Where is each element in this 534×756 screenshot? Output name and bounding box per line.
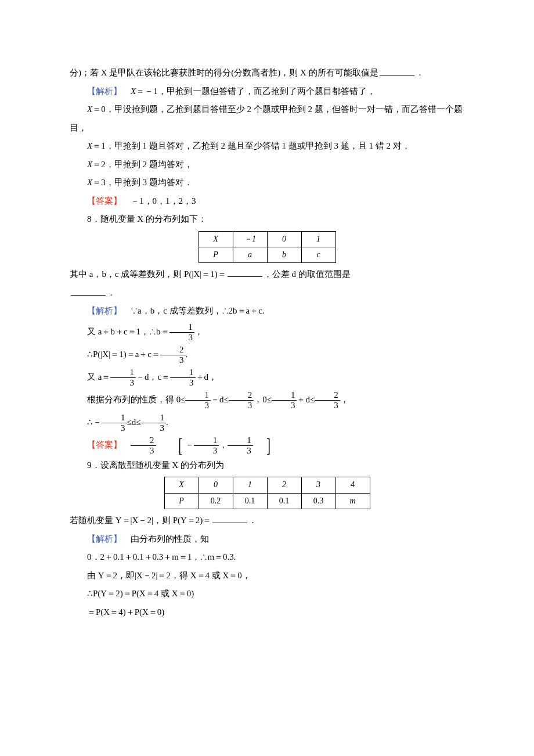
answer-value: －1，0，1，2，3 [131, 196, 196, 206]
text: ，公差 d 的取值范围是 [264, 269, 351, 279]
tag-daan: 【答案】 [87, 196, 122, 206]
th-p: P [199, 247, 233, 262]
p7-intro-continuation: 分)；若 X 是甲队在该轮比赛获胜时的得分(分数高者胜)，则 X 的所有可能取值… [70, 64, 464, 82]
p8-jx4: 又 a＝13－d，c＝13＋d， [70, 366, 464, 388]
p7-answer: 【答案】 －1，0，1，2，3 [70, 192, 464, 211]
p7-jx2: X＝0，甲没抢到题，乙抢到题目答错至少 2 个题或甲抢到 2 题，但答时一对一错… [70, 100, 464, 137]
cell: 1 [233, 477, 267, 493]
tag-jiexi: 【解析】 [87, 87, 122, 96]
text: ，0≤ [254, 395, 272, 404]
fraction-icon: 13 [169, 322, 195, 342]
p7-jx1: 【解析】 XX＝－1，甲抢到一题但答错了，而乙抢到了两个题目都答错了，＝－1，甲… [70, 82, 464, 101]
text: 根据分布列的性质，得 0≤ [87, 395, 185, 404]
cell: c [301, 247, 335, 262]
fraction-icon: 13 [110, 368, 136, 387]
p9-jx2: 0．2＋0.1＋0.1＋0.3＋m＝1，∴m＝0.3. [70, 548, 464, 567]
fraction-icon: 13 [194, 435, 219, 455]
cell: 0.3 [301, 493, 335, 509]
text: － [185, 440, 194, 449]
text: ． [248, 516, 257, 525]
cell: a [233, 247, 267, 262]
fraction-icon: 13 [102, 413, 127, 433]
text: 若随机变量 Y＝|X－2|，则 P(Y＝2)＝ [70, 516, 211, 525]
text: 又 a＝ [87, 372, 110, 381]
p9-jx4: ∴P(Y＝2)＝P(X＝4 或 X＝0) [70, 585, 464, 603]
fraction-icon: 13 [272, 390, 297, 410]
blank [228, 268, 262, 277]
text: . [166, 417, 168, 427]
p8-jx1: 【解析】 ∵a，b，c 成等差数列，∴2b＝a＋c. [70, 302, 464, 321]
fraction-icon: 23 [131, 435, 156, 455]
th-x: X [199, 231, 233, 247]
tag-jiexi: 【解析】 [87, 306, 122, 315]
cell: 4 [335, 477, 370, 493]
fraction-icon: 23 [229, 390, 254, 410]
cell: 0.2 [199, 493, 233, 509]
text: ∵a，b，c 成等差数列，∴2b＝a＋c. [131, 306, 265, 315]
p8-dist-table: X －1 0 1 P a b c [199, 231, 336, 264]
text: 又 a＋b＋c＝1，∴b＝ [87, 327, 169, 336]
tag-daan: 【答案】 [87, 440, 122, 449]
p9-jx5: ＝P(X＝4)＋P(X＝0) [70, 603, 464, 622]
cell: 0.1 [233, 493, 267, 509]
text: ， [219, 440, 228, 449]
cell: m [335, 493, 370, 509]
th-p: P [164, 493, 199, 509]
cell: －1 [233, 231, 267, 247]
p7-jx3: X＝1，甲抢到 1 题且答对，乙抢到 2 题且至少答错 1 题或甲抢到 3 题，… [70, 137, 464, 156]
text: 其中 a，b，c 成等差数列，则 P(|X|＝1)＝ [70, 269, 226, 279]
cell: 0 [199, 477, 233, 493]
p8-jx2: 又 a＋b＋c＝1，∴b＝13， [70, 321, 464, 343]
fraction-icon: 13 [170, 368, 196, 387]
text: ， [340, 395, 349, 404]
cell: b [267, 247, 301, 262]
p9-title: 9．设离散型随机变量 X 的分布列为 [70, 456, 464, 475]
cell: 0.1 [267, 493, 301, 509]
text: . [186, 350, 188, 359]
text: 分)；若 X 是甲队在该轮比赛获胜时的得分(分数高者胜)，则 X 的所有可能取值… [70, 68, 378, 77]
text: ， [194, 327, 203, 336]
fraction-icon: 23 [315, 390, 340, 410]
p9-jx1: 【解析】 由分布列的性质，知 [70, 530, 464, 549]
text: ＋d， [196, 372, 218, 381]
text: －d，c＝ [136, 372, 170, 381]
fraction-icon: 13 [185, 390, 211, 410]
cell: 2 [267, 477, 301, 493]
fraction-icon: 23 [160, 345, 186, 365]
text: ． [107, 288, 116, 297]
sep [156, 440, 165, 449]
p7-jx4: X＝2，甲抢到 2 题均答对， [70, 156, 464, 174]
fraction-icon: 13 [228, 435, 253, 455]
p8-jx5: 根据分布列的性质，得 0≤13－d≤23，0≤13＋d≤23， [70, 388, 464, 411]
p9-jx3: 由 Y＝2，即|X－2|＝2，得 X＝4 或 X＝0， [70, 567, 464, 585]
blank [380, 66, 414, 75]
cell: 0 [267, 231, 301, 247]
tag-jiexi: 【解析】 [87, 534, 122, 543]
p7-jx5: X＝3，甲抢到 3 题均答对． [70, 174, 464, 192]
blank [71, 286, 106, 296]
p8-title: 8．随机变量 X 的分布列如下： [70, 210, 464, 229]
cell: 1 [301, 231, 335, 247]
blank [212, 514, 247, 523]
text: －d≤ [211, 395, 229, 404]
text: 由分布列的性质，知 [131, 534, 209, 543]
text: ＋d≤ [297, 395, 315, 404]
p8-tail-2: ． [70, 284, 464, 303]
text: ∴P(|X|＝1)＝a＋c＝ [87, 350, 160, 359]
p8-jx3: ∴P(|X|＝1)＝a＋c＝23. [70, 343, 464, 366]
p8-answer: 【答案】 23 [－13，13] [70, 434, 464, 456]
text: ∴－ [87, 417, 102, 427]
p8-tail: 其中 a，b，c 成等差数列，则 P(|X|＝1)＝，公差 d 的取值范围是 [70, 265, 464, 284]
text: ≤d≤ [127, 417, 141, 427]
p8-jx6: ∴－13≤d≤13. [70, 411, 464, 434]
p9-tail: 若随机变量 Y＝|X－2|，则 P(Y＝2)＝． [70, 512, 464, 530]
fraction-icon: 13 [140, 413, 166, 433]
th-x: X [164, 477, 199, 493]
p9-dist-table: X 0 1 2 3 4 P 0.2 0.1 0.1 0.3 m [164, 477, 370, 509]
cell: 3 [301, 477, 335, 493]
